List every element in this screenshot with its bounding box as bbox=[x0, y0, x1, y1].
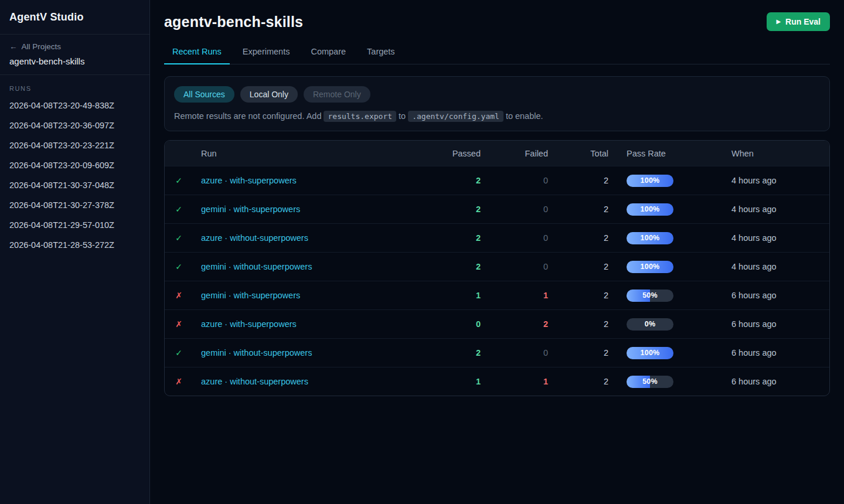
table-row: ✓ gemini · without-superpowers 2 0 2 100… bbox=[165, 338, 829, 367]
back-link-label: All Projects bbox=[22, 42, 62, 51]
when-value: 6 hours ago bbox=[731, 377, 829, 386]
run-link[interactable]: azure · without-superpowers bbox=[201, 377, 308, 386]
sidebar-run-item[interactable]: 2026-04-08T23-20-49-838Z bbox=[0, 96, 149, 115]
chip-local-only[interactable]: Local Only bbox=[240, 86, 298, 103]
passed-value: 2 bbox=[419, 262, 489, 271]
app-title: AgentV Studio bbox=[9, 11, 140, 23]
sidebar: AgentV Studio ← All Projects agentv-benc… bbox=[0, 0, 150, 504]
tab-compare[interactable]: Compare bbox=[302, 47, 354, 64]
failed-value: 0 bbox=[489, 348, 557, 357]
pass-rate-label: 100% bbox=[627, 175, 673, 187]
failed-value: 0 bbox=[489, 262, 557, 271]
failed-value: 0 bbox=[489, 176, 557, 185]
status-icon: ✓ bbox=[165, 205, 193, 214]
passed-value: 1 bbox=[419, 377, 489, 386]
total-value: 2 bbox=[557, 377, 617, 386]
when-value: 4 hours ago bbox=[731, 262, 829, 271]
sidebar-run-item[interactable]: 2026-04-08T21-29-57-010Z bbox=[0, 215, 149, 235]
tab-recent-runs[interactable]: Recent Runs bbox=[164, 47, 230, 64]
failed-value: 1 bbox=[489, 291, 557, 300]
chip-remote-only: Remote Only bbox=[304, 86, 370, 103]
run-link[interactable]: gemini · with-superpowers bbox=[201, 291, 300, 300]
run-link[interactable]: gemini · without-superpowers bbox=[201, 262, 312, 271]
passed-value: 2 bbox=[419, 205, 489, 214]
note-prefix: Remote results are not configured. Add bbox=[174, 111, 321, 121]
run-link[interactable]: azure · without-superpowers bbox=[201, 233, 308, 243]
pass-rate-pill: 0% bbox=[627, 318, 673, 331]
sidebar-run-item[interactable]: 2026-04-08T23-20-36-097Z bbox=[0, 115, 149, 135]
failed-value: 2 bbox=[489, 319, 557, 329]
pass-rate-label: 50% bbox=[627, 290, 673, 302]
failed-value: 0 bbox=[489, 205, 557, 214]
total-value: 2 bbox=[557, 205, 617, 214]
column-header-pass-rate: Pass Rate bbox=[617, 149, 731, 158]
table-row: ✓ azure · with-superpowers 2 0 2 100% 4 … bbox=[165, 166, 829, 195]
column-header-run: Run bbox=[193, 149, 419, 158]
when-value: 4 hours ago bbox=[731, 205, 829, 214]
table-row: ✓ gemini · with-superpowers 2 0 2 100% 4… bbox=[165, 195, 829, 223]
tab-experiments[interactable]: Experiments bbox=[234, 47, 298, 64]
total-value: 2 bbox=[557, 262, 617, 271]
chip-all-sources[interactable]: All Sources bbox=[174, 86, 234, 103]
tab-targets[interactable]: Targets bbox=[359, 47, 403, 64]
remote-config-note: Remote results are not configured. Addre… bbox=[174, 111, 820, 121]
column-header-passed: Passed bbox=[419, 149, 489, 158]
run-eval-label: Run Eval bbox=[785, 17, 821, 26]
status-icon: ✓ bbox=[165, 233, 193, 243]
passed-value: 2 bbox=[419, 176, 489, 185]
sidebar-header: AgentV Studio bbox=[0, 0, 149, 35]
when-value: 6 hours ago bbox=[731, 348, 829, 357]
run-link[interactable]: azure · with-superpowers bbox=[201, 319, 297, 329]
failed-value: 1 bbox=[489, 377, 557, 386]
run-link[interactable]: gemini · without-superpowers bbox=[201, 348, 312, 357]
sidebar-run-item[interactable]: 2026-04-08T23-20-09-609Z bbox=[0, 155, 149, 175]
pass-rate-pill: 50% bbox=[627, 290, 673, 302]
status-icon: ✗ bbox=[165, 319, 193, 329]
source-filter-panel: All Sources Local Only Remote Only Remot… bbox=[164, 76, 830, 131]
run-link[interactable]: gemini · with-superpowers bbox=[201, 205, 300, 214]
pass-rate-pill: 100% bbox=[627, 261, 673, 273]
pass-rate-label: 100% bbox=[627, 232, 673, 244]
failed-value: 0 bbox=[489, 233, 557, 243]
passed-value: 1 bbox=[419, 291, 489, 300]
note-middle: to bbox=[399, 111, 406, 121]
table-row: ✗ azure · with-superpowers 0 2 2 0% 6 ho… bbox=[165, 309, 829, 338]
runs-table: Run Passed Failed Total Pass Rate When ✓… bbox=[164, 140, 830, 396]
total-value: 2 bbox=[557, 319, 617, 329]
pass-rate-pill: 100% bbox=[627, 232, 673, 244]
sidebar-run-item[interactable]: 2026-04-08T23-20-23-221Z bbox=[0, 135, 149, 155]
sidebar-run-list: 2026-04-08T23-20-49-838Z2026-04-08T23-20… bbox=[0, 96, 149, 255]
when-value: 4 hours ago bbox=[731, 176, 829, 185]
when-value: 6 hours ago bbox=[731, 319, 829, 329]
total-value: 2 bbox=[557, 348, 617, 357]
runs-section-label: RUNS bbox=[0, 75, 149, 96]
table-row: ✗ azure · without-superpowers 1 1 2 50% … bbox=[165, 367, 829, 396]
sidebar-project-section: ← All Projects agentv-bench-skills bbox=[0, 35, 149, 75]
run-eval-button[interactable]: ▶ Run Eval bbox=[767, 12, 830, 31]
pass-rate-pill: 100% bbox=[627, 203, 673, 216]
note-suffix: to enable. bbox=[506, 111, 543, 121]
status-icon: ✓ bbox=[165, 176, 193, 185]
sidebar-run-item[interactable]: 2026-04-08T21-28-53-272Z bbox=[0, 235, 149, 255]
table-header-row: Run Passed Failed Total Pass Rate When bbox=[165, 141, 829, 166]
sidebar-run-item[interactable]: 2026-04-08T21-30-37-048Z bbox=[0, 175, 149, 195]
pass-rate-pill: 100% bbox=[627, 175, 673, 187]
all-projects-back-link[interactable]: ← All Projects bbox=[9, 42, 140, 51]
main-content: agentv-bench-skills ▶ Run Eval Recent Ru… bbox=[150, 0, 844, 504]
when-value: 4 hours ago bbox=[731, 233, 829, 243]
play-icon: ▶ bbox=[776, 19, 781, 25]
when-value: 6 hours ago bbox=[731, 291, 829, 300]
table-body: ✓ azure · with-superpowers 2 0 2 100% 4 … bbox=[165, 166, 829, 396]
page-title: agentv-bench-skills bbox=[164, 13, 303, 30]
main-header: agentv-bench-skills ▶ Run Eval bbox=[164, 0, 830, 31]
passed-value: 0 bbox=[419, 319, 489, 329]
note-code-config-yaml: .agentv/config.yaml bbox=[408, 111, 503, 122]
sidebar-run-item[interactable]: 2026-04-08T21-30-27-378Z bbox=[0, 195, 149, 215]
pass-rate-label: 100% bbox=[627, 203, 673, 216]
pass-rate-label: 100% bbox=[627, 261, 673, 273]
table-row: ✗ gemini · with-superpowers 1 1 2 50% 6 … bbox=[165, 281, 829, 309]
pass-rate-label: 0% bbox=[627, 318, 673, 331]
note-code-results-export: results.export bbox=[324, 111, 396, 122]
run-link[interactable]: azure · with-superpowers bbox=[201, 176, 297, 185]
column-header-failed: Failed bbox=[489, 149, 557, 158]
